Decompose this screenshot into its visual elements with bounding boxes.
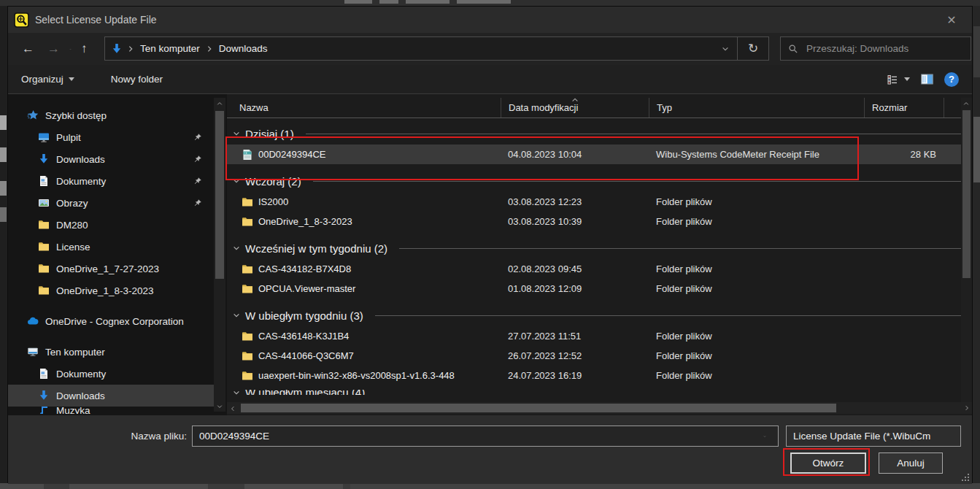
folder-row-cas-441066[interactable]: CAS-441066-Q3C6M7 26.07.2023 12:52 Folde… xyxy=(227,346,961,366)
sidebar-item-pulpit[interactable]: Pulpit xyxy=(8,126,215,148)
vertical-scrollbar-thumb[interactable] xyxy=(962,110,971,278)
downloads-arrow-icon xyxy=(38,153,50,165)
scroll-up-icon[interactable] xyxy=(214,98,225,109)
group-collapse-chevron-icon[interactable] xyxy=(232,311,241,320)
group-divider-line xyxy=(313,181,961,182)
group-header-w-ubieglym-tygodniu[interactable]: W ubiegłym tygodniu (3) xyxy=(227,306,961,325)
folder-icon xyxy=(242,283,253,295)
up-arrow-icon[interactable]: ↑ xyxy=(74,38,94,60)
change-view-button[interactable] xyxy=(887,74,910,85)
sort-ascending-chevron-icon xyxy=(571,96,579,104)
organize-label: Organizuj xyxy=(21,74,63,85)
sidebar-item-ten-komputer[interactable]: Ten komputer xyxy=(8,341,215,363)
scroll-down-icon[interactable] xyxy=(214,401,225,412)
new-folder-button[interactable]: Nowy folder xyxy=(111,74,163,85)
scroll-right-icon[interactable] xyxy=(961,402,972,414)
breadcrumb-ten-komputer[interactable]: Ten komputer xyxy=(135,43,205,54)
search-box[interactable] xyxy=(780,36,971,61)
document-icon xyxy=(38,368,50,380)
refresh-button[interactable]: ↻ xyxy=(738,36,769,61)
folder-row-cas-434182[interactable]: CAS-434182-B7X4D8 02.08.2023 09:45 Folde… xyxy=(227,259,961,279)
pictures-icon xyxy=(38,197,50,209)
sidebar-item-label: Downloads xyxy=(56,390,105,401)
preview-pane-icon[interactable] xyxy=(920,72,934,86)
group-collapse-chevron-icon[interactable] xyxy=(232,244,241,253)
column-header-nazwa[interactable]: Nazwa xyxy=(227,98,501,118)
address-bar[interactable]: Ten komputer Downloads xyxy=(104,36,738,61)
group-collapse-chevron-icon[interactable] xyxy=(232,177,241,185)
file-row-00d0249394ce[interactable]: 00D0249394CE 04.08.2023 10:04 Wibu-Syste… xyxy=(227,145,961,164)
group-header-wczoraj[interactable]: Wczoraj (2) xyxy=(227,172,961,190)
sidebar-item-onedrive-cognex[interactable]: OneDrive - Cognex Corporation xyxy=(8,310,215,332)
help-icon[interactable]: ? xyxy=(944,72,959,87)
sidebar-item-downloads-quick[interactable]: Downloads xyxy=(8,148,215,170)
dialog-title: Select License Update File xyxy=(35,14,937,26)
downloads-folder-icon xyxy=(111,43,123,55)
folder-row-onedrive-1-8-3-2023[interactable]: OneDrive_1_8-3-2023 03.08.2023 10:39 Fol… xyxy=(227,212,961,231)
filename-input[interactable] xyxy=(193,431,763,442)
folder-icon xyxy=(242,196,253,208)
sidebar-item-onedrive-1-8-3-2023[interactable]: OneDrive_1_8-3-2023 xyxy=(8,280,215,301)
horizontal-scrollbar[interactable] xyxy=(227,402,961,414)
background-app-bottom-sliver xyxy=(0,483,980,489)
sidebar-item-downloads[interactable]: Downloads xyxy=(8,385,215,407)
group-label: Dzisiaj (1) xyxy=(245,128,294,140)
folder-icon xyxy=(242,331,253,342)
filename-combobox xyxy=(192,426,779,447)
forward-arrow-icon[interactable]: → xyxy=(41,38,66,60)
sidebar-item-dm280[interactable]: DM280 xyxy=(8,214,215,236)
group-header-dzisiaj[interactable]: Dzisiaj (1) xyxy=(227,124,961,143)
organize-dropdown-icon xyxy=(69,77,74,81)
column-header-typ[interactable]: Typ xyxy=(649,98,864,118)
group-header-wczesniej-w-tym-tygodniu[interactable]: Wcześniej w tym tygodniu (2) xyxy=(227,239,961,258)
sidebar-item-license[interactable]: License xyxy=(8,236,215,258)
recent-locations-chevron-icon[interactable] xyxy=(66,45,74,53)
group-divider-line xyxy=(306,134,961,134)
address-dropdown-chevron-icon[interactable] xyxy=(721,45,730,53)
filename-dropdown-chevron-icon[interactable] xyxy=(763,432,772,441)
sidebar-item-quick-access[interactable]: Szybki dostęp xyxy=(8,104,215,126)
folder-row-is2000[interactable]: IS2000 03.08.2023 12:23 Folder plików xyxy=(227,192,961,212)
group-header-clipped[interactable]: W ubiegłym miesiącu (4) xyxy=(227,390,961,395)
new-folder-label: Nowy folder xyxy=(111,74,163,85)
group-collapse-chevron-icon[interactable] xyxy=(232,129,241,138)
horizontal-scrollbar-thumb[interactable] xyxy=(241,404,836,412)
scroll-left-icon[interactable] xyxy=(227,403,239,414)
column-header-data-modyfikacji[interactable]: Data modyfikacji xyxy=(501,98,649,118)
organize-button[interactable]: Organizuj xyxy=(21,74,74,85)
sidebar-item-label: Downloads xyxy=(56,154,105,165)
open-button[interactable]: Otwórz xyxy=(790,453,866,474)
back-arrow-icon[interactable]: ← xyxy=(15,38,41,60)
column-header-rozmiar[interactable]: Rozmiar xyxy=(864,98,944,118)
sidebar-item-dokumenty-quick[interactable]: Dokumenty xyxy=(8,170,215,192)
resize-grip[interactable] xyxy=(961,473,969,481)
vertical-scrollbar[interactable] xyxy=(961,98,972,402)
cancel-button[interactable]: Anuluj xyxy=(879,453,943,474)
breadcrumb-chevron-icon[interactable] xyxy=(205,45,214,53)
group-collapse-chevron-icon xyxy=(232,390,241,395)
breadcrumb-chevron-icon[interactable] xyxy=(126,45,135,53)
group-divider-line xyxy=(375,315,961,316)
pin-icon xyxy=(193,133,202,142)
folder-row-uaexpert[interactable]: uaexpert-bin-win32-x86-vs2008sp1-v1.6.3-… xyxy=(227,366,961,385)
folder-row-opcua-viewer-master[interactable]: OPCUA.Viewer-master 01.08.2023 12:09 Fol… xyxy=(227,279,961,299)
breadcrumb-downloads[interactable]: Downloads xyxy=(214,43,273,54)
dialog-content: Szybki dostęp Pulpit Downloads Do xyxy=(8,94,972,415)
sidebar-item-muzyka-clipped[interactable]: Muzyka xyxy=(8,407,215,414)
folder-icon xyxy=(38,285,50,296)
scroll-up-icon[interactable] xyxy=(960,98,972,109)
sidebar-scrollbar-thumb[interactable] xyxy=(215,111,224,279)
sidebar-item-label: Obrazy xyxy=(56,198,88,209)
filetype-select[interactable]: License Update File (*.WibuCm xyxy=(786,426,961,447)
sidebar-item-onedrive-1-7-27-2023[interactable]: OneDrive_1_7-27-2023 xyxy=(8,258,215,280)
group-label: W ubiegłym tygodniu (3) xyxy=(245,309,363,322)
search-input[interactable] xyxy=(805,42,963,55)
refresh-icon: ↻ xyxy=(748,41,758,56)
sidebar-item-obrazy[interactable]: Obrazy xyxy=(8,192,215,214)
folder-row-cas-436148[interactable]: CAS-436148-K3J1B4 27.07.2023 11:51 Folde… xyxy=(227,326,961,346)
file-rows: Dzisiaj (1) 00D0249394CE 04.08.2023 10:0… xyxy=(227,118,961,402)
sidebar-item-dokumenty[interactable]: Dokumenty xyxy=(8,363,215,385)
sidebar-scrollbar[interactable] xyxy=(214,98,225,412)
close-icon[interactable]: ✕ xyxy=(937,13,966,27)
column-headers: Nazwa Data modyfikacji Typ Rozmiar xyxy=(227,98,961,118)
